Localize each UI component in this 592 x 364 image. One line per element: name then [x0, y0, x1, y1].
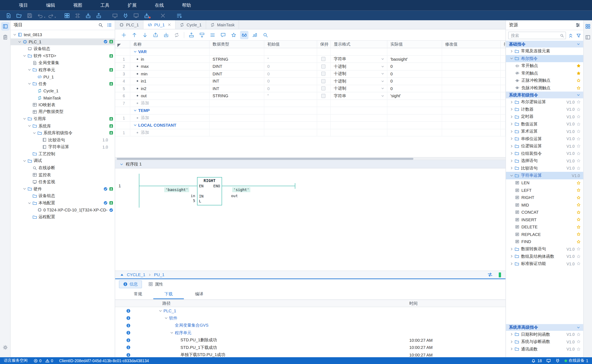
doc-tab-plc_1[interactable]: PLC_1: [115, 20, 143, 29]
menu-item[interactable]: 帮助: [173, 0, 200, 11]
variable-group-row[interactable]: TEMP: [115, 107, 506, 114]
chevron-right-icon[interactable]: [509, 332, 514, 336]
tree-item[interactable]: test_0813: [11, 31, 115, 38]
resource-item[interactable]: 布尔指令: [506, 55, 583, 62]
chevron-right-icon[interactable]: [509, 247, 514, 251]
chevron-right-icon[interactable]: [509, 107, 514, 111]
var-name-cell[interactable]: out: [130, 92, 210, 99]
menu-item[interactable]: 视图: [64, 0, 91, 11]
favorite-star-icon[interactable]: [576, 340, 582, 344]
favorite-star-icon[interactable]: [576, 122, 582, 126]
variable-row[interactable]: 6 out STRING '' 字符串 'sight': [115, 92, 506, 100]
var-init-cell[interactable]: 0: [264, 63, 317, 70]
sync-icon[interactable]: [487, 272, 493, 277]
new-project-icon[interactable]: [4, 12, 13, 19]
layout-columns-icon[interactable]: [584, 33, 592, 41]
resource-item[interactable]: RIGHT: [506, 194, 583, 201]
tree-item[interactable]: 字符串运算1.0: [11, 143, 115, 150]
panel-settings-icon[interactable]: [575, 23, 580, 28]
favorite-star-icon[interactable]: [576, 332, 582, 336]
subtab-常规[interactable]: 常规: [123, 289, 153, 299]
menu-item[interactable]: 项目: [10, 0, 37, 11]
tree-item[interactable]: Cycle_1: [11, 87, 115, 94]
tree-item[interactable]: 监控表: [11, 171, 115, 178]
chevron-right-icon[interactable]: [509, 49, 514, 53]
resource-item[interactable]: 负脉冲检测触点: [506, 84, 583, 91]
favorite-icon[interactable]: [230, 31, 238, 39]
retain-checkbox[interactable]: [321, 64, 325, 68]
resource-item[interactable]: DELETE: [506, 223, 583, 231]
var-modify-cell[interactable]: [442, 78, 501, 84]
var-type-cell[interactable]: INT: [210, 85, 264, 92]
chevron-right-icon[interactable]: [509, 122, 514, 126]
chevron-down-icon[interactable]: [164, 316, 168, 320]
chevron-right-icon[interactable]: [509, 100, 514, 104]
favorite-star-icon[interactable]: [576, 144, 582, 148]
var-name-cell[interactable]: max: [130, 63, 210, 70]
chevron-down-icon[interactable]: [22, 117, 27, 121]
redo-icon[interactable]: [47, 12, 55, 19]
chevron-right-icon[interactable]: [509, 262, 514, 266]
chevron-right-icon[interactable]: [509, 347, 514, 351]
save-icon[interactable]: [25, 12, 34, 19]
var-modify-cell[interactable]: [442, 63, 501, 70]
var-desc-cell[interactable]: [501, 92, 506, 99]
chevron-down-icon[interactable]: [170, 331, 174, 335]
scrollbar-thumb[interactable]: [117, 158, 413, 160]
info-row[interactable]: PLC_1: [115, 307, 506, 314]
resource-item[interactable]: 计数器V1.0: [506, 106, 583, 113]
favorite-star-icon[interactable]: [576, 86, 582, 90]
tree-item[interactable]: PU_1: [11, 73, 115, 80]
retain-checkbox[interactable]: [321, 79, 325, 83]
resource-item[interactable]: 标准验证功能V1.0: [506, 260, 583, 267]
resource-item[interactable]: 日期和时间函数V1.0: [506, 331, 583, 338]
menu-item[interactable]: 在线: [146, 0, 173, 11]
close-connection-icon[interactable]: [159, 12, 167, 19]
upload-from-device-icon[interactable]: [94, 12, 103, 19]
var-name-cell[interactable]: in2: [130, 85, 210, 92]
resource-item[interactable]: 字符串运算V1.0: [506, 172, 583, 179]
chevron-down-icon[interactable]: [159, 309, 162, 312]
operand-l-value[interactable]: 5: [165, 198, 195, 203]
var-init-cell[interactable]: 0: [264, 85, 317, 92]
favorite-star-icon[interactable]: [576, 347, 582, 351]
tree-item[interactable]: 全局变量集: [11, 59, 115, 66]
var-desc-cell[interactable]: [501, 56, 506, 63]
var-init-cell[interactable]: '': [264, 92, 317, 99]
connection-icon[interactable]: [555, 358, 560, 363]
insert-row-above-icon[interactable]: [187, 31, 196, 39]
retain-checkbox[interactable]: [321, 72, 325, 76]
var-format-dropdown[interactable]: 字符串: [331, 56, 387, 63]
resource-item[interactable]: 常闭触点: [506, 69, 583, 77]
menu-item[interactable]: 工具: [91, 0, 119, 11]
chevron-right-icon[interactable]: [509, 254, 514, 258]
collapse-panel-icon[interactable]: [120, 273, 124, 277]
tree-item[interactable]: PLC_1: [11, 38, 115, 45]
tab-信息[interactable]: 信息: [119, 280, 142, 288]
export-variables-icon[interactable]: [151, 31, 160, 39]
chevron-down-icon[interactable]: [509, 57, 514, 60]
download-to-device-icon[interactable]: [84, 12, 93, 19]
favorite-star-icon[interactable]: [576, 129, 582, 133]
chevron-down-icon[interactable]: [576, 93, 580, 97]
column-header[interactable]: 名称: [130, 41, 210, 48]
tree-item[interactable]: 远程配置: [11, 214, 115, 221]
resource-item[interactable]: 系统与诊断函数V1.0: [506, 338, 583, 345]
menu-item[interactable]: 编辑: [37, 0, 64, 11]
variable-group-row[interactable]: VAR: [115, 48, 506, 56]
resource-item[interactable]: MID: [506, 201, 583, 208]
variable-row[interactable]: 3 min DINT 0 十进制 0: [115, 70, 506, 78]
var-retain-cell[interactable]: [317, 63, 331, 70]
chevron-down-icon[interactable]: [27, 82, 32, 86]
resource-item[interactable]: 数组及结构体函数V1.0: [506, 253, 583, 260]
var-init-cell[interactable]: 0: [264, 70, 317, 77]
chevron-down-icon[interactable]: [32, 131, 37, 135]
move-up-icon[interactable]: [130, 31, 139, 39]
var-retain-cell[interactable]: [317, 56, 331, 63]
chevron-down-icon[interactable]: [120, 162, 123, 166]
column-header[interactable]: 修改值: [442, 41, 501, 48]
search-icon[interactable]: [261, 31, 270, 39]
var-retain-cell[interactable]: [317, 92, 331, 99]
info-row[interactable]: 程序单元: [115, 329, 506, 336]
chevron-right-icon[interactable]: [509, 115, 514, 118]
